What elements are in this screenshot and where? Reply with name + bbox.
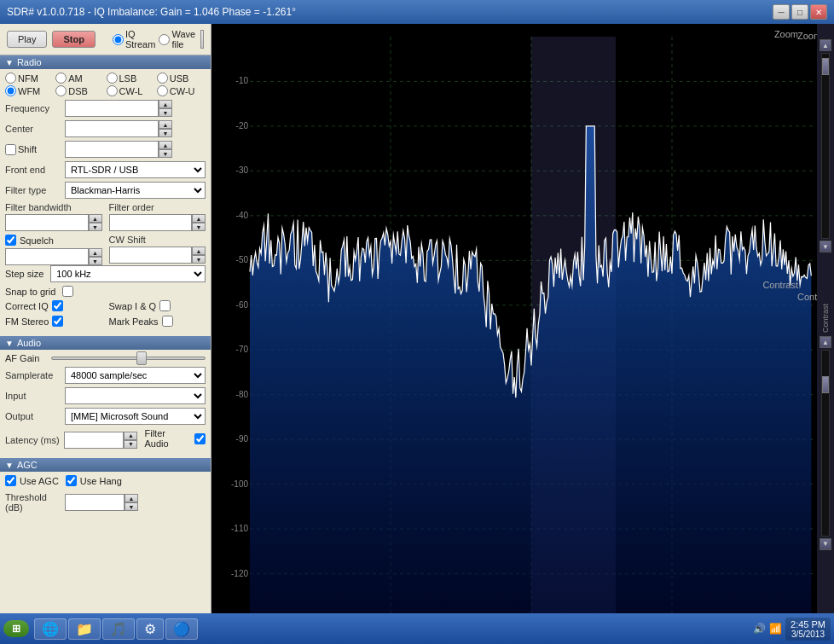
output-select[interactable]: [MME] Microsoft Sound — [65, 408, 206, 425]
shift-checkbox-label[interactable]: Shift — [5, 144, 65, 155]
stop-button[interactable]: Stop — [52, 31, 95, 48]
audio-collapse-icon[interactable]: ▼ — [5, 339, 14, 348]
snap-to-grid-checkbox[interactable] — [62, 286, 73, 297]
latency-input[interactable]: 100 — [64, 432, 124, 449]
cwshift-up[interactable]: ▲ — [192, 247, 206, 255]
step-size-select[interactable]: 100 kHz — [50, 265, 206, 282]
squelch-checkbox-row: Squelch — [5, 235, 102, 246]
center-up[interactable]: ▲ — [159, 120, 172, 129]
frontend-row: Front end RTL-SDR / USB — [5, 161, 206, 178]
latency-down[interactable]: ▼ — [124, 440, 137, 449]
filter-bandwidth-col: Filter bandwidth 180000 ▲ ▼ — [5, 202, 102, 231]
zoom-thumb[interactable] — [822, 58, 829, 75]
input-select[interactable] — [65, 387, 206, 404]
contrast-down-btn[interactable]: ▼ — [820, 538, 831, 550]
wfm-option[interactable]: WFM — [5, 85, 54, 96]
frontend-select[interactable]: RTL-SDR / USB — [65, 161, 206, 178]
fm-stereo-checkbox[interactable] — [52, 316, 63, 327]
am-option[interactable]: AM — [55, 73, 104, 84]
taskbar-app4[interactable]: ⚙ — [136, 618, 164, 640]
usb-option[interactable]: USB — [157, 73, 206, 84]
taskbar-apps: 🌐 📁 🎵 ⚙ 🔵 — [34, 618, 753, 640]
threshold-up[interactable]: ▲ — [125, 494, 138, 502]
squelch-label: Squelch — [20, 235, 54, 246]
maximize-button[interactable]: □ — [791, 4, 808, 20]
contrast-thumb[interactable] — [822, 376, 829, 393]
af-gain-slider-thumb[interactable] — [136, 351, 147, 365]
frequency-label: Frequency — [5, 103, 65, 113]
use-agc-checkbox[interactable] — [5, 475, 16, 486]
cwshift-down[interactable]: ▼ — [192, 255, 206, 264]
iq-stream-radio[interactable] — [113, 34, 124, 45]
samplerate-row: Samplerate 48000 sample/sec — [5, 367, 206, 384]
use-hang-checkbox[interactable] — [66, 475, 77, 486]
cwu-option[interactable]: CW-U — [157, 85, 206, 96]
taskbar-app3[interactable]: 🎵 — [102, 618, 135, 640]
taskbar: ⊞ 🌐 📁 🎵 ⚙ 🔵 🔊 📶 2:45 PM 3/5/2013 — [0, 613, 834, 644]
cwshift-input[interactable]: 600 — [109, 247, 193, 264]
mark-peaks-checkbox[interactable] — [162, 316, 173, 327]
threshold-label: Threshold (dB) — [5, 492, 65, 513]
use-hang-row: Use Hang — [66, 475, 122, 486]
spectrum-canvas — [211, 24, 817, 644]
filtertype-select[interactable]: Blackman-Harris — [65, 182, 206, 199]
lsb-option[interactable]: LSB — [107, 73, 155, 84]
zoom-up-btn[interactable]: ▲ — [820, 39, 831, 51]
iq-stream-option[interactable]: IQ Stream — [113, 29, 155, 49]
center-input[interactable]: 620,300,000 — [65, 120, 159, 137]
shift-down[interactable]: ▼ — [159, 149, 172, 158]
zoom-down-btn[interactable]: ▼ — [820, 241, 831, 252]
filter-order-down[interactable]: ▼ — [192, 223, 206, 231]
frequency-down[interactable]: ▼ — [159, 108, 172, 117]
filter-order-spin: ▲ ▼ — [192, 214, 206, 231]
source-radio-group: IQ Stream Wave file — [113, 29, 195, 49]
wave-file-option[interactable]: Wave file — [159, 29, 195, 49]
filter-order-input[interactable]: 400 — [109, 214, 193, 231]
dsb-option[interactable]: DSB — [55, 85, 104, 96]
shift-checkbox[interactable] — [5, 144, 16, 155]
tray-icon2: 📶 — [769, 623, 782, 635]
correct-iq-checkbox[interactable] — [52, 300, 63, 311]
threshold-down[interactable]: ▼ — [125, 502, 138, 511]
contrast-up-btn[interactable]: ▲ — [820, 336, 831, 348]
shift-up[interactable]: ▲ — [159, 141, 172, 149]
nfm-option[interactable]: NFM — [5, 73, 54, 84]
filter-audio-checkbox[interactable] — [194, 433, 206, 444]
agc-collapse-icon[interactable]: ▼ — [5, 461, 14, 470]
taskbar-app5[interactable]: 🔵 — [165, 618, 198, 640]
filter-bandwidth-up[interactable]: ▲ — [89, 214, 102, 223]
settings-button[interactable] — [200, 30, 204, 49]
frequency-up[interactable]: ▲ — [159, 100, 172, 108]
latency-up[interactable]: ▲ — [124, 432, 137, 440]
minimize-button[interactable]: ─ — [773, 4, 790, 20]
filter-bandwidth-down[interactable]: ▼ — [89, 223, 102, 231]
frequency-input[interactable]: 620,292,962 — [65, 100, 159, 117]
input-label: Input — [5, 391, 65, 401]
squelch-down[interactable]: ▼ — [89, 257, 102, 265]
cwshift-spin: ▲ ▼ — [192, 247, 206, 264]
center-down[interactable]: ▼ — [159, 129, 172, 137]
squelch-checkbox[interactable] — [5, 235, 16, 246]
shift-input[interactable]: 0 — [65, 141, 159, 158]
start-button[interactable]: ⊞ — [3, 620, 29, 637]
cwl-option[interactable]: CW-L — [107, 85, 155, 96]
taskbar-folder-icon[interactable]: 📁 — [68, 618, 101, 640]
start-orb: ⊞ — [12, 623, 20, 635]
squelch-input[interactable]: 43 — [5, 248, 89, 265]
mode-grid: NFM AM LSB USB WFM DSB CW-L CW-U — [5, 73, 206, 96]
filter-bandwidth-label: Filter bandwidth — [5, 202, 102, 212]
swap-iq-checkbox[interactable] — [159, 300, 171, 311]
play-button[interactable]: Play — [7, 31, 47, 48]
threshold-input[interactable]: -100 — [65, 494, 125, 511]
filter-order-up[interactable]: ▲ — [192, 214, 206, 223]
toolbar: Play Stop IQ Stream Wave file — [0, 24, 211, 55]
wave-file-radio[interactable] — [159, 34, 170, 45]
close-button[interactable]: ✕ — [810, 4, 827, 20]
spectrum-area[interactable]: Zoom Contrast — [211, 24, 817, 644]
squelch-up[interactable]: ▲ — [89, 248, 102, 257]
contrast-label: Contrast — [762, 280, 798, 290]
filter-bandwidth-input[interactable]: 180000 — [5, 214, 89, 231]
radio-collapse-icon[interactable]: ▼ — [5, 58, 14, 67]
samplerate-select[interactable]: 48000 sample/sec — [65, 367, 206, 384]
taskbar-ie-icon[interactable]: 🌐 — [34, 618, 67, 640]
